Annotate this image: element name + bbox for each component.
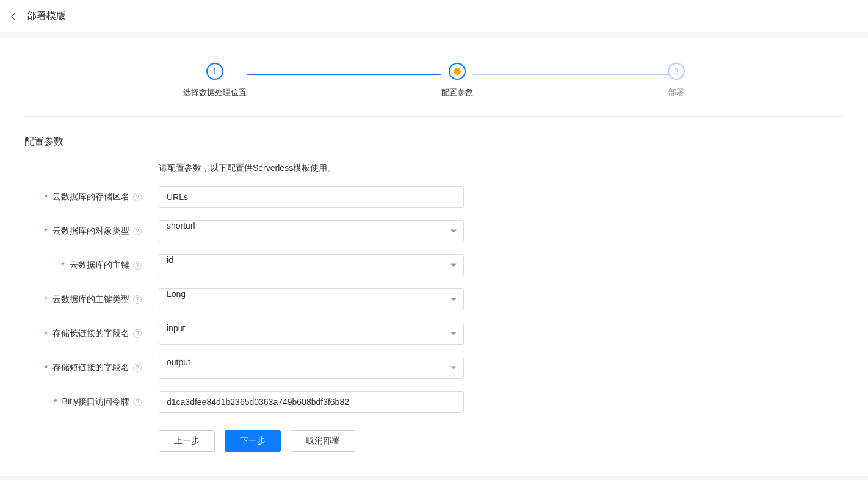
select-primary-key[interactable]: id bbox=[159, 254, 464, 276]
step-1-label: 选择数据处理位置 bbox=[183, 87, 247, 98]
help-icon[interactable]: ? bbox=[133, 193, 142, 201]
step-2-label: 配置参数 bbox=[441, 87, 473, 98]
required-icon: * bbox=[45, 295, 48, 304]
row-key-type: * 云数据库的主键类型 ? Long bbox=[24, 288, 844, 310]
main-card: 1 选择数据处理位置 配置参数 3 部署 配置参数 请配置参数，以下配置供Ser… bbox=[0, 38, 868, 476]
label-bitly-token: Bitly接口访问令牌 bbox=[62, 396, 129, 407]
label-storage-zone: 云数据库的存储区名 bbox=[52, 192, 129, 202]
label-object-type: 云数据库的对象类型 bbox=[52, 226, 129, 237]
required-icon: * bbox=[45, 226, 48, 236]
required-icon: * bbox=[54, 397, 57, 407]
label-key-type: 云数据库的主键类型 bbox=[52, 294, 129, 305]
row-storage-zone: * 云数据库的存储区名 ? bbox=[24, 186, 844, 208]
step-2-circle bbox=[449, 63, 466, 80]
step-3-circle: 3 bbox=[668, 63, 685, 80]
page-title: 部署模版 bbox=[27, 10, 66, 23]
input-storage-zone[interactable] bbox=[159, 186, 464, 208]
row-short-url-field: * 存储短链接的字段名 ? output bbox=[24, 357, 844, 379]
select-object-type[interactable]: shorturl bbox=[159, 220, 464, 242]
prev-button[interactable]: 上一步 bbox=[159, 430, 215, 452]
active-dot-icon bbox=[454, 68, 461, 75]
page-header: 部署模版 bbox=[0, 0, 868, 32]
label-long-url-field: 存储长链接的字段名 bbox=[52, 328, 129, 339]
input-bitly-token[interactable] bbox=[159, 391, 464, 413]
step-line-1 bbox=[247, 74, 441, 75]
step-line-2 bbox=[473, 74, 668, 75]
step-3: 3 部署 bbox=[668, 63, 685, 98]
label-primary-key: 云数据库的主键 bbox=[70, 260, 129, 271]
section-title: 配置参数 bbox=[24, 135, 844, 148]
step-1: 1 选择数据处理位置 bbox=[183, 63, 247, 98]
help-icon[interactable]: ? bbox=[133, 261, 142, 270]
help-icon[interactable]: ? bbox=[133, 364, 142, 372]
next-button[interactable]: 下一步 bbox=[225, 430, 281, 452]
required-icon: * bbox=[45, 192, 48, 202]
select-key-type[interactable]: Long bbox=[159, 288, 464, 310]
step-3-label: 部署 bbox=[668, 87, 684, 98]
step-2: 配置参数 bbox=[441, 63, 473, 98]
required-icon: * bbox=[45, 329, 48, 339]
row-bitly-token: * Bitly接口访问令牌 ? bbox=[24, 391, 844, 413]
step-wizard: 1 选择数据处理位置 配置参数 3 部署 bbox=[24, 63, 844, 98]
row-long-url-field: * 存储长链接的字段名 ? input bbox=[24, 323, 844, 345]
label-short-url-field: 存储短链接的字段名 bbox=[52, 362, 129, 373]
cancel-button[interactable]: 取消部署 bbox=[291, 430, 355, 452]
help-icon[interactable]: ? bbox=[133, 329, 142, 338]
help-icon[interactable]: ? bbox=[133, 398, 142, 406]
step-1-circle: 1 bbox=[206, 63, 223, 80]
select-long-url-field[interactable]: input bbox=[159, 323, 464, 345]
select-short-url-field[interactable]: output bbox=[159, 357, 464, 379]
help-icon[interactable]: ? bbox=[133, 295, 142, 304]
back-icon[interactable] bbox=[11, 13, 18, 20]
required-icon: * bbox=[62, 260, 65, 270]
row-primary-key: * 云数据库的主键 ? id bbox=[24, 254, 844, 276]
row-object-type: * 云数据库的对象类型 ? shorturl bbox=[24, 220, 844, 242]
section-desc: 请配置参数，以下配置供Serverless模板使用。 bbox=[159, 163, 844, 174]
help-icon[interactable]: ? bbox=[133, 227, 142, 235]
required-icon: * bbox=[45, 363, 48, 373]
divider bbox=[24, 116, 844, 117]
button-row: 上一步 下一步 取消部署 bbox=[159, 430, 844, 452]
